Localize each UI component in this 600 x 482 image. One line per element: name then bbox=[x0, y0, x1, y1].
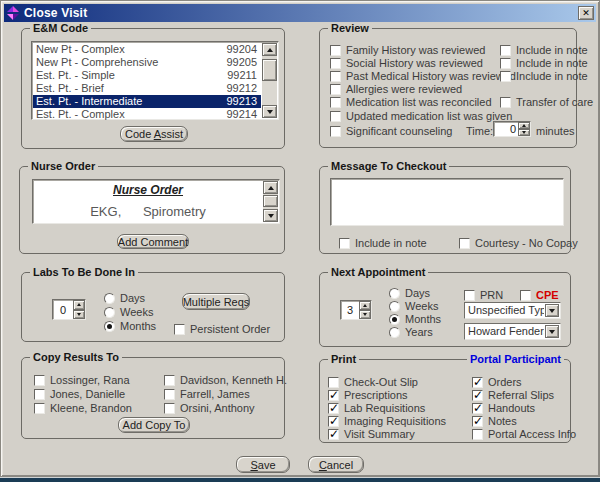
appt-interval-stepper[interactable]: 3 bbox=[340, 300, 372, 320]
em-code-list-item[interactable]: Est. Pt. - Simple99211 bbox=[33, 69, 261, 82]
nurse-order-textbox[interactable]: Nurse Order EKG, Spirometry bbox=[32, 179, 280, 224]
checkbox[interactable] bbox=[500, 58, 511, 69]
checkbox[interactable] bbox=[459, 238, 470, 249]
nurse-order-scrollbar[interactable] bbox=[263, 181, 278, 222]
stepper-up-button[interactable] bbox=[73, 300, 85, 310]
message-textbox[interactable] bbox=[330, 178, 564, 226]
checkbox-allergies[interactable]: Allergies were reviewed bbox=[330, 83, 462, 95]
radio-button[interactable] bbox=[389, 288, 400, 299]
radio-labs-weeks[interactable]: Weeks bbox=[104, 306, 153, 318]
radio-appt-weeks[interactable]: Weeks bbox=[389, 300, 438, 312]
checkbox-include-note-3[interactable]: Include in note bbox=[500, 70, 588, 82]
appt-type-dropdown[interactable]: Unspecified Type bbox=[464, 302, 561, 319]
checkbox-notes[interactable]: Notes bbox=[472, 415, 517, 427]
em-code-list-item[interactable]: Est. Pt. - Intermediate99213 bbox=[33, 95, 261, 108]
checkbox-prescriptions[interactable]: Prescriptions bbox=[328, 389, 408, 401]
checkbox[interactable] bbox=[328, 390, 339, 401]
checkbox[interactable] bbox=[500, 71, 511, 82]
checkbox-cpe[interactable]: CPE bbox=[520, 289, 559, 301]
em-code-list-item[interactable]: New Pt - Complex99204 bbox=[33, 43, 261, 56]
checkbox[interactable] bbox=[330, 71, 341, 82]
save-button[interactable]: Save bbox=[236, 456, 290, 473]
em-code-list-item[interactable]: New Pt - Comprehensive99205 bbox=[33, 56, 261, 69]
checkbox[interactable] bbox=[328, 416, 339, 427]
checkbox-medication-reconciled[interactable]: Medication list was reconciled bbox=[330, 96, 492, 108]
scroll-up-button[interactable] bbox=[262, 43, 277, 56]
checkbox-msg-include-note[interactable]: Include in note bbox=[339, 237, 427, 249]
cancel-button[interactable]: Cancel bbox=[308, 456, 364, 473]
radio-labs-months[interactable]: Months bbox=[104, 320, 156, 332]
radio-appt-years[interactable]: Years bbox=[389, 326, 433, 338]
stepper-up-button[interactable] bbox=[518, 122, 530, 129]
checkbox-farrell[interactable]: Farrell, James bbox=[164, 388, 250, 400]
checkbox-significant-counseling[interactable]: Significant counseling bbox=[330, 125, 452, 137]
scroll-down-button[interactable] bbox=[263, 209, 278, 222]
checkbox-family-history[interactable]: Family History was reviewed bbox=[330, 44, 485, 56]
checkbox-past-medical-history[interactable]: Past Medical History was reviewed bbox=[330, 70, 516, 82]
checkbox-courtesy-no-copay[interactable]: Courtesy - No Copay bbox=[459, 237, 578, 249]
checkbox-orsini[interactable]: Orsini, Anthony bbox=[164, 402, 255, 414]
checkbox[interactable] bbox=[164, 375, 175, 386]
checkbox-checkout-slip[interactable]: Check-Out Slip bbox=[328, 376, 418, 388]
stepper-value[interactable]: 0 bbox=[494, 122, 518, 136]
checkbox-lab-requisitions[interactable]: Lab Requisitions bbox=[328, 402, 425, 414]
stepper-up-button[interactable] bbox=[359, 301, 371, 310]
checkbox[interactable] bbox=[34, 375, 45, 386]
checkbox[interactable] bbox=[472, 403, 483, 414]
checkbox[interactable] bbox=[174, 324, 185, 335]
checkbox-jones[interactable]: Jones, Danielle bbox=[34, 388, 125, 400]
checkbox[interactable] bbox=[328, 429, 339, 440]
close-button[interactable]: ✕ bbox=[578, 6, 594, 20]
checkbox[interactable] bbox=[330, 111, 341, 122]
radio-button[interactable] bbox=[389, 301, 400, 312]
checkbox[interactable] bbox=[330, 84, 341, 95]
checkbox-referral-slips[interactable]: Referral Slips bbox=[472, 389, 554, 401]
add-comment-button[interactable]: Add Comment bbox=[117, 234, 189, 249]
checkbox[interactable] bbox=[500, 97, 511, 108]
radio-button[interactable] bbox=[389, 314, 400, 325]
checkbox[interactable] bbox=[34, 403, 45, 414]
dropdown-button[interactable] bbox=[545, 325, 559, 338]
checkbox-kleene[interactable]: Kleene, Brandon bbox=[34, 402, 132, 414]
labs-interval-stepper[interactable]: 0 bbox=[52, 299, 86, 320]
checkbox-handouts[interactable]: Handouts bbox=[472, 402, 535, 414]
checkbox-persistent-order[interactable]: Persistent Order bbox=[174, 323, 270, 335]
dropdown-button[interactable] bbox=[545, 304, 559, 317]
checkbox-visit-summary[interactable]: Visit Summary bbox=[328, 428, 415, 440]
checkbox[interactable] bbox=[464, 290, 475, 301]
em-list-scrollbar[interactable] bbox=[262, 43, 277, 118]
checkbox[interactable] bbox=[34, 389, 45, 400]
checkbox-portal-access-info[interactable]: Portal Access Info bbox=[472, 428, 576, 440]
checkbox-include-note-1[interactable]: Include in note bbox=[500, 44, 588, 56]
checkbox-updated-medication[interactable]: Updated medication list was given bbox=[330, 110, 512, 122]
scroll-down-button[interactable] bbox=[262, 105, 277, 118]
checkbox-prn[interactable]: PRN bbox=[464, 289, 503, 301]
radio-button[interactable] bbox=[104, 321, 115, 332]
add-copy-to-button[interactable]: Add Copy To bbox=[118, 417, 190, 433]
checkbox[interactable] bbox=[330, 126, 341, 137]
em-code-listbox[interactable]: New Pt - Complex99204 New Pt - Comprehen… bbox=[31, 41, 279, 120]
checkbox[interactable] bbox=[328, 377, 339, 388]
scroll-thumb[interactable] bbox=[263, 195, 278, 207]
checkbox[interactable] bbox=[164, 403, 175, 414]
stepper-down-button[interactable] bbox=[518, 129, 530, 136]
checkbox-social-history[interactable]: Social History was reviewed bbox=[330, 57, 483, 69]
time-stepper[interactable]: 0 bbox=[493, 121, 531, 137]
checkbox[interactable] bbox=[500, 45, 511, 56]
stepper-down-button[interactable] bbox=[359, 310, 371, 319]
checkbox[interactable] bbox=[472, 429, 483, 440]
checkbox[interactable] bbox=[520, 290, 531, 301]
provider-dropdown[interactable]: Howard Fenderson bbox=[464, 323, 561, 340]
checkbox[interactable] bbox=[328, 403, 339, 414]
em-code-list-item[interactable]: Est. Pt. - Complex99214 bbox=[33, 108, 261, 121]
radio-labs-days[interactable]: Days bbox=[104, 292, 145, 304]
em-code-list-item[interactable]: Est. Pt. - Brief99212 bbox=[33, 82, 261, 95]
checkbox-imaging-requisitions[interactable]: Imaging Requisitions bbox=[328, 415, 446, 427]
scroll-up-button[interactable] bbox=[263, 181, 278, 194]
radio-button[interactable] bbox=[389, 327, 400, 338]
radio-button[interactable] bbox=[104, 307, 115, 318]
checkbox[interactable] bbox=[472, 390, 483, 401]
checkbox[interactable] bbox=[472, 377, 483, 388]
radio-appt-days[interactable]: Days bbox=[389, 287, 430, 299]
checkbox[interactable] bbox=[330, 97, 341, 108]
